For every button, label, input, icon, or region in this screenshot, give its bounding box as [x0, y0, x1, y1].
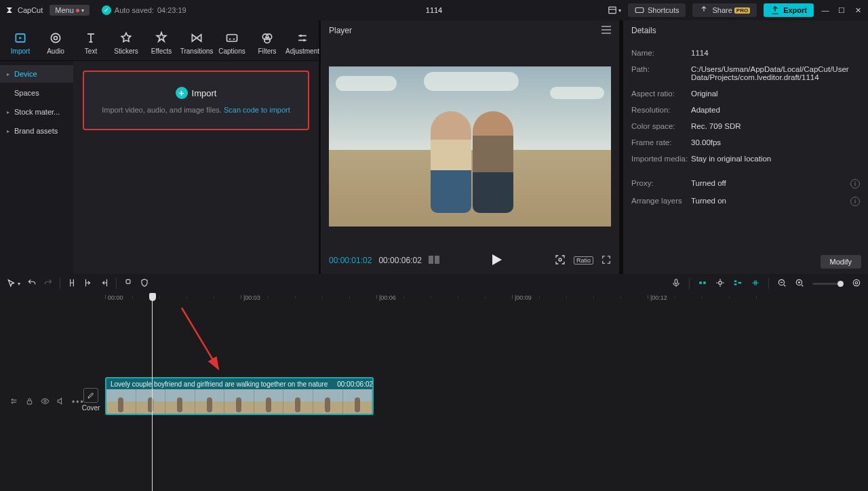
svg-point-9: [264, 37, 270, 43]
svg-point-5: [54, 37, 58, 40]
menu-button[interactable]: Menu ▾: [50, 5, 90, 16]
flag-button[interactable]: [140, 278, 149, 290]
window-minimize-button[interactable]: —: [821, 5, 830, 15]
clip-thumbnail: [283, 389, 313, 415]
transitions-icon: [190, 31, 203, 45]
sidebar-item-spaces[interactable]: Spaces: [0, 84, 73, 102]
share-button[interactable]: Share PRO: [692, 3, 757, 17]
mic-icon: [671, 278, 681, 288]
modify-button[interactable]: Modify: [821, 255, 861, 269]
svg-rect-18: [703, 281, 706, 284]
ruler-label: 00:00: [108, 294, 123, 301]
mic-button[interactable]: [671, 278, 681, 290]
details-row: Resolution:Adapted: [631, 102, 860, 118]
audio-icon: [49, 31, 62, 45]
player-ratio-button[interactable]: Ratio: [574, 256, 593, 264]
tab-filters[interactable]: Filters: [250, 27, 285, 60]
capcut-logo-icon: [5, 5, 15, 15]
marker-button[interactable]: [123, 278, 133, 290]
check-icon: ✓: [102, 5, 111, 15]
collapse-icon: [9, 397, 18, 406]
import-icon: [14, 31, 27, 45]
auto-save-status: ✓ Auto saved: 04:23:19: [102, 5, 186, 15]
filters-icon: [260, 31, 274, 45]
playhead-handle[interactable]: [149, 293, 156, 301]
annotation-arrow: [178, 304, 232, 378]
timeline-playhead[interactable]: [152, 293, 153, 491]
timeline-clip[interactable]: Lovely couple boyfriend and girlfriend a…: [105, 377, 374, 415]
split-button[interactable]: [67, 278, 77, 290]
export-button[interactable]: Export: [764, 3, 814, 17]
tab-captions[interactable]: Captions: [214, 27, 250, 60]
tab-transitions[interactable]: Transitions: [179, 27, 214, 60]
import-subtitle: Import video, audio, and image files.: [102, 106, 224, 114]
svg-rect-2: [635, 8, 644, 13]
zoom-fit-button[interactable]: [852, 278, 861, 290]
compare-icon: [429, 256, 439, 264]
details-row: Path:C:/Users/Usman/AppData/Local/CapCut…: [631, 61, 860, 85]
tab-adjustment[interactable]: Adjustment: [285, 27, 320, 60]
zoom-out-button[interactable]: [777, 278, 787, 290]
track-lock-button[interactable]: [25, 397, 34, 408]
hamburger-icon: [601, 26, 611, 34]
window-maximize-button[interactable]: ☐: [837, 5, 846, 15]
svg-point-19: [719, 281, 722, 284]
window-close-button[interactable]: ✕: [853, 5, 863, 15]
player-scan-button[interactable]: [555, 254, 566, 267]
tab-effects[interactable]: Effects: [144, 27, 179, 60]
link-button[interactable]: [715, 278, 725, 290]
player-canvas[interactable]: [321, 41, 619, 247]
player-compare-button[interactable]: [429, 256, 439, 266]
details-row: Proxy:Turned offi: [631, 175, 860, 193]
split-icon: [67, 278, 77, 288]
info-icon[interactable]: i: [850, 179, 860, 189]
snap-main-button[interactable]: [698, 278, 707, 290]
trim-right-button[interactable]: [100, 278, 109, 290]
info-icon[interactable]: i: [850, 197, 860, 206]
tab-stickers[interactable]: Stickers: [108, 27, 144, 60]
undo-button[interactable]: [27, 278, 37, 290]
layout-toggle-button[interactable]: ▾: [608, 5, 621, 15]
play-button[interactable]: [492, 254, 502, 267]
media-sidebar: ▸DeviceSpaces▸Stock mater...▸Brand asset…: [0, 61, 73, 274]
selection-tool-button[interactable]: ▾: [7, 279, 20, 288]
sidebar-item-device[interactable]: ▸Device: [0, 65, 73, 83]
track-visibility-button[interactable]: [41, 397, 50, 408]
redo-button[interactable]: [43, 278, 53, 290]
tab-audio[interactable]: Audio: [38, 27, 73, 60]
svg-rect-6: [227, 35, 237, 41]
keyboard-icon: [635, 5, 644, 15]
details-value: Original: [691, 90, 860, 98]
media-main: + Import Import video, audio, and image …: [73, 61, 319, 274]
cover-button[interactable]: Cover: [80, 388, 102, 412]
details-row: Imported media:Stay in original location: [631, 151, 860, 167]
sidebar-item-stock-mater-[interactable]: ▸Stock mater...: [0, 103, 73, 121]
track-mute-button[interactable]: [56, 397, 65, 408]
timeline-ruler[interactable]: 00:00|00:03|00:06|00:09|00:12: [0, 293, 868, 307]
track-collapse-button[interactable]: [9, 397, 18, 408]
shortcuts-button[interactable]: Shortcuts: [628, 3, 686, 17]
details-row: Name:1114: [631, 45, 860, 61]
clip-thumbnail: [254, 389, 284, 415]
tab-text[interactable]: Text: [73, 27, 108, 60]
ruler-label: |00:03: [243, 294, 260, 301]
player-panel: Player 00:00:01:02 00:00:06:02: [321, 20, 619, 274]
details-key: Color space:: [631, 122, 691, 130]
import-drop-area[interactable]: + Import Import video, audio, and image …: [83, 71, 309, 130]
trim-left-button[interactable]: [83, 278, 93, 290]
sidebar-item-brand-assets[interactable]: ▸Brand assets: [0, 122, 73, 140]
svg-rect-17: [699, 281, 702, 284]
zoom-slider-knob[interactable]: [837, 281, 844, 287]
snap-track-button[interactable]: [733, 278, 743, 290]
timeline[interactable]: 00:00|00:03|00:06|00:09|00:12 ••• Cover …: [0, 293, 868, 491]
zoom-in-button[interactable]: [795, 278, 804, 290]
preview-axis-button[interactable]: [751, 278, 760, 290]
details-value: Turned off: [691, 179, 846, 189]
zoom-slider[interactable]: [812, 283, 844, 285]
ruler-label: |00:09: [515, 294, 532, 301]
tab-import[interactable]: Import: [3, 27, 38, 60]
player-fullscreen-button[interactable]: [601, 255, 611, 267]
player-current-timecode: 00:00:01:02: [329, 256, 372, 265]
scan-code-link[interactable]: Scan code to import: [224, 106, 290, 114]
player-menu-button[interactable]: [601, 26, 611, 36]
